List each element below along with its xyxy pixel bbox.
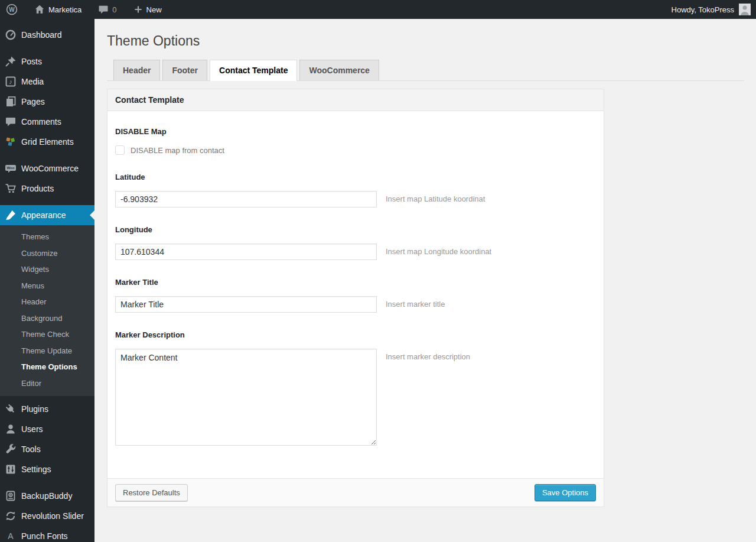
submenu-item-widgets[interactable]: Widgets — [0, 261, 94, 278]
home-icon — [34, 4, 45, 15]
longitude-group: Longitude Insert map Longitude koordinat — [115, 225, 596, 260]
sidebar-item-dashboard[interactable]: Dashboard — [0, 25, 94, 45]
page-title: Theme Options — [107, 33, 744, 50]
howdy-label: Howdy, TokoPress — [672, 5, 734, 14]
sidebar-item-settings[interactable]: Settings — [0, 459, 94, 479]
sidebar-item-label: BackupBuddy — [21, 491, 72, 501]
user-icon — [0, 423, 21, 435]
sidebar-item-users[interactable]: Users — [0, 419, 94, 439]
marker-title-input[interactable] — [115, 296, 377, 313]
marker-description-textarea[interactable]: Marker Content — [115, 349, 377, 446]
pages-icon — [0, 96, 21, 108]
panel-footer: Restore Defaults Save Options — [107, 478, 604, 507]
wrench-icon — [0, 443, 21, 455]
sidebar-item-woocommerce[interactable]: Woo WooCommerce — [0, 158, 94, 178]
sidebar-item-label: Dashboard — [21, 30, 62, 40]
tab-contact-template[interactable]: Contact Template — [210, 60, 297, 81]
submenu-item-background[interactable]: Background — [0, 310, 94, 327]
comments-count: 0 — [112, 5, 116, 14]
refresh-icon — [0, 510, 21, 522]
wp-logo-menu[interactable]: W — [0, 0, 24, 19]
tab-header[interactable]: Header — [113, 60, 160, 80]
sidebar-item-label: Posts — [21, 57, 42, 66]
sidebar-item-label: Revolution Slider — [21, 511, 84, 521]
page-footer: Thank you for creating with WordPress. V… — [107, 507, 744, 542]
brush-icon — [0, 209, 21, 221]
sidebar-item-label: Users — [21, 424, 43, 434]
marker-description-label: Marker Description — [115, 330, 596, 339]
submenu-item-theme-check[interactable]: Theme Check — [0, 326, 94, 343]
sidebar-item-products[interactable]: Products — [0, 178, 94, 199]
sidebar-item-appearance[interactable]: Appearance — [0, 205, 94, 225]
sidebar-item-pages[interactable]: Pages — [0, 92, 94, 112]
main-content: Theme Options Header Footer Contact Temp… — [94, 19, 756, 542]
sidebar-item-comments[interactable]: Comments — [0, 112, 94, 132]
sidebar-item-label: Comments — [21, 117, 61, 126]
tab-bar: Header Footer Contact Template WooCommer… — [107, 60, 744, 81]
latitude-input[interactable] — [115, 191, 377, 207]
submenu-item-customize[interactable]: Customize — [0, 245, 94, 262]
disable-map-checkbox[interactable] — [115, 145, 125, 155]
letter-a-icon: A — [0, 530, 21, 542]
sidebar-item-media[interactable]: ♪ Media — [0, 72, 94, 92]
new-label: New — [146, 5, 162, 14]
site-name-menu[interactable]: Marketica — [28, 0, 87, 19]
submenu-item-themes[interactable]: Themes — [0, 229, 94, 245]
sidebar-item-revolution-slider[interactable]: Revolution Slider — [0, 506, 94, 526]
tab-woocommerce[interactable]: WooCommerce — [299, 60, 379, 80]
comment-icon — [0, 116, 21, 128]
woo-badge-text: Woo — [7, 166, 15, 170]
sidebar-item-posts[interactable]: Posts — [0, 51, 94, 72]
backup-icon — [0, 490, 21, 502]
longitude-help: Insert map Longitude koordinat — [386, 244, 491, 256]
sidebar-item-plugins[interactable]: Plugins — [0, 399, 94, 419]
site-name-label: Marketica — [48, 5, 82, 14]
marker-title-label: Marker Title — [115, 278, 596, 287]
submenu-item-menus[interactable]: Menus — [0, 278, 94, 294]
comments-menu[interactable]: 0 — [92, 0, 122, 19]
tab-footer[interactable]: Footer — [162, 60, 207, 80]
submenu-item-theme-update[interactable]: Theme Update — [0, 343, 94, 359]
restore-defaults-button[interactable]: Restore Defaults — [115, 484, 188, 501]
my-account-menu[interactable]: Howdy, TokoPress — [666, 0, 756, 19]
contact-template-panel: Contact Template DISABLE Map DISABLE map… — [107, 89, 604, 507]
dashboard-icon — [0, 29, 21, 41]
submenu-item-theme-options[interactable]: Theme Options — [0, 359, 94, 375]
disable-map-checkbox-label: DISABLE map from contact — [131, 146, 224, 155]
admin-bar-left: W Marketica 0 New — [0, 0, 168, 19]
sliders-icon — [0, 463, 21, 475]
admin-sidebar: Dashboard Posts ♪ Media Pages — [0, 19, 94, 542]
disable-map-row: DISABLE map from contact — [115, 145, 596, 155]
sidebar-item-label: Products — [21, 184, 54, 193]
sidebar-item-label: Punch Fonts — [21, 531, 68, 541]
sidebar-item-label: Tools — [21, 444, 41, 454]
longitude-label: Longitude — [115, 225, 596, 234]
save-options-button[interactable]: Save Options — [535, 484, 596, 501]
sidebar-item-label: Appearance — [21, 210, 66, 220]
new-content-menu[interactable]: New — [128, 0, 168, 19]
disable-map-label: DISABLE Map — [115, 127, 596, 136]
punch-fonts-letter: A — [8, 531, 14, 541]
disable-map-group: DISABLE Map DISABLE map from contact — [115, 127, 596, 155]
admin-bar: W Marketica 0 New Howdy, TokoPress — [0, 0, 756, 19]
longitude-input[interactable] — [115, 244, 377, 260]
sidebar-item-backupbuddy[interactable]: BackupBuddy — [0, 486, 94, 506]
submenu-item-editor[interactable]: Editor — [0, 375, 94, 392]
latitude-help: Insert map Latitude koordinat — [386, 191, 485, 203]
sidebar-item-punch-fonts[interactable]: A Punch Fonts — [0, 526, 94, 542]
wp-logo-letter: W — [9, 7, 15, 13]
sidebar-item-label: Media — [21, 77, 44, 86]
appearance-submenu: Themes Customize Widgets Menus Header Ba… — [0, 225, 94, 396]
wordpress-logo-icon: W — [6, 4, 18, 15]
sidebar-item-tools[interactable]: Tools — [0, 439, 94, 459]
plug-icon — [0, 403, 21, 415]
panel-title: Contact Template — [107, 89, 604, 111]
submenu-item-header[interactable]: Header — [0, 294, 94, 310]
media-icon: ♪ — [0, 76, 21, 87]
sidebar-item-grid-elements[interactable]: Grid Elements — [0, 132, 94, 152]
latitude-group: Latitude Insert map Latitude koordinat — [115, 173, 596, 207]
media-note-glyph: ♪ — [9, 78, 12, 85]
plus-icon — [133, 5, 143, 14]
sidebar-item-label: Pages — [21, 97, 45, 106]
marker-description-help: Insert marker description — [386, 349, 470, 361]
